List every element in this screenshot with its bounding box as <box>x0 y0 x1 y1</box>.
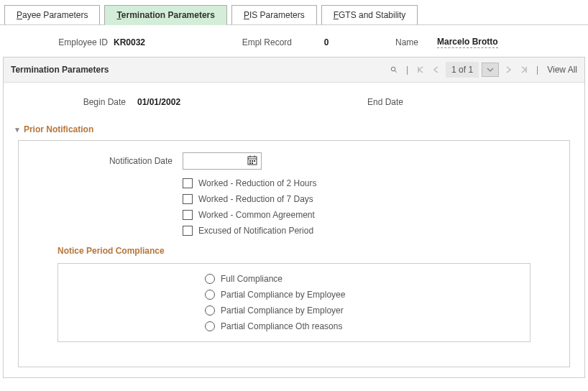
notice-compliance-heading: Notice Period Compliance <box>29 236 559 263</box>
tab-label-rest: GTS and Stability <box>339 10 405 20</box>
checkbox-label: Excused of Notification Period <box>198 226 313 236</box>
radio-partial-other-reasons[interactable]: Partial Compliance Oth reasons <box>205 321 520 331</box>
checkbox-icon <box>183 194 193 204</box>
notification-date-label: Notification Date <box>29 156 173 166</box>
svg-rect-8 <box>252 160 253 162</box>
begin-date-label: Begin Date <box>32 97 126 107</box>
nav-controls: | 1 of 1 | View All <box>387 62 577 78</box>
svg-point-0 <box>391 67 395 71</box>
radio-icon <box>205 290 215 300</box>
dates-row: Begin Date 01/01/2002 End Date <box>4 83 584 121</box>
tab-label-underline: F <box>334 10 339 20</box>
notice-compliance-radios: Full Compliance Partial Compliance by Em… <box>205 274 520 331</box>
end-date-label: End Date <box>339 97 403 107</box>
tab-termination-parameters[interactable]: Termination Parameters <box>104 5 227 25</box>
checkbox-excused-notification-period[interactable]: Excused of Notification Period <box>183 226 559 236</box>
prior-notification-header[interactable]: ▼ Prior Notification <box>4 121 584 140</box>
radio-label: Partial Compliance by Employee <box>221 290 345 300</box>
employee-info-row: Employee ID KR0032 Empl Record 0 Name Ma… <box>0 25 588 57</box>
radio-full-compliance[interactable]: Full Compliance <box>205 274 520 284</box>
tab-label-underline: P <box>17 10 22 20</box>
checkbox-label: Worked - Reduction of 2 Hours <box>198 178 317 188</box>
tab-bar: Payee Parameters Termination Parameters … <box>0 0 588 25</box>
checkbox-label: Worked - Reduction of 7 Days <box>198 194 313 204</box>
caret-down-icon: ▼ <box>14 126 21 134</box>
tab-label-rest: ermination Parameters <box>121 10 215 20</box>
tab-label-rest: ayee Parameters <box>22 10 88 20</box>
empl-record-label: Empl Record <box>220 37 292 47</box>
nav-separator: | <box>533 63 541 76</box>
svg-rect-10 <box>249 162 251 164</box>
employee-id-label: Employee ID <box>29 37 108 47</box>
begin-date-value: 01/01/2002 <box>137 97 252 107</box>
radio-label: Full Compliance <box>221 274 282 284</box>
radio-icon <box>205 274 215 284</box>
next-page-icon[interactable] <box>502 65 515 75</box>
tab-label-underline: P <box>244 10 249 20</box>
first-page-icon[interactable] <box>414 65 427 75</box>
end-date-value <box>415 97 530 107</box>
tab-label-rest: IS Parameters <box>249 10 305 20</box>
calendar-icon[interactable] <box>247 155 258 168</box>
checkbox-icon <box>183 178 193 188</box>
notification-date-row: Notification Date <box>29 151 559 171</box>
name-value[interactable]: Marcelo Brotto <box>437 37 498 48</box>
radio-icon <box>205 321 215 331</box>
panel-header: Termination Parameters | 1 of 1 | <box>4 58 584 83</box>
svg-line-1 <box>395 70 397 73</box>
pager-dropdown-icon[interactable] <box>482 63 499 77</box>
prior-notification-section: Notification Date Worked - Reduction of … <box>18 140 570 367</box>
view-all-link[interactable]: View All <box>547 65 577 75</box>
prior-notification-heading: Prior Notification <box>24 124 93 134</box>
radio-partial-employer[interactable]: Partial Compliance by Employer <box>205 305 520 316</box>
last-page-icon[interactable] <box>518 65 530 75</box>
checkbox-icon <box>183 226 193 236</box>
svg-rect-9 <box>254 160 255 162</box>
notification-date-input[interactable] <box>183 152 262 170</box>
nav-separator: | <box>403 63 411 76</box>
employee-id-value: KR0032 <box>114 37 214 47</box>
svg-rect-7 <box>249 160 251 162</box>
prev-page-icon[interactable] <box>430 65 443 75</box>
radio-icon <box>205 305 215 316</box>
termination-panel: Termination Parameters | 1 of 1 | <box>3 57 585 378</box>
panel-title: Termination Parameters <box>11 65 109 75</box>
checkbox-worked-reduction-7days[interactable]: Worked - Reduction of 7 Days <box>183 194 559 204</box>
tab-fgts-stability[interactable]: FGTS and Stability <box>321 5 418 25</box>
radio-label: Partial Compliance Oth reasons <box>221 321 342 331</box>
notice-compliance-section: Full Compliance Partial Compliance by Em… <box>58 263 530 342</box>
checkbox-worked-reduction-2hours[interactable]: Worked - Reduction of 2 Hours <box>183 178 559 188</box>
radio-label: Partial Compliance by Employer <box>221 305 344 316</box>
search-icon[interactable] <box>387 65 400 75</box>
checkbox-worked-common-agreement[interactable]: Worked - Common Agreement <box>183 210 559 220</box>
radio-partial-employee[interactable]: Partial Compliance by Employee <box>205 290 520 300</box>
checkbox-icon <box>183 210 193 220</box>
empl-record-value: 0 <box>298 37 355 47</box>
svg-rect-11 <box>252 162 253 164</box>
checkbox-label: Worked - Common Agreement <box>198 210 315 220</box>
tab-payee-parameters[interactable]: Payee Parameters <box>4 5 100 25</box>
notification-checkboxes: Worked - Reduction of 2 Hours Worked - R… <box>183 178 559 236</box>
tab-pis-parameters[interactable]: PIS Parameters <box>231 5 317 25</box>
page-indicator: 1 of 1 <box>446 62 479 78</box>
name-label: Name <box>361 37 418 47</box>
